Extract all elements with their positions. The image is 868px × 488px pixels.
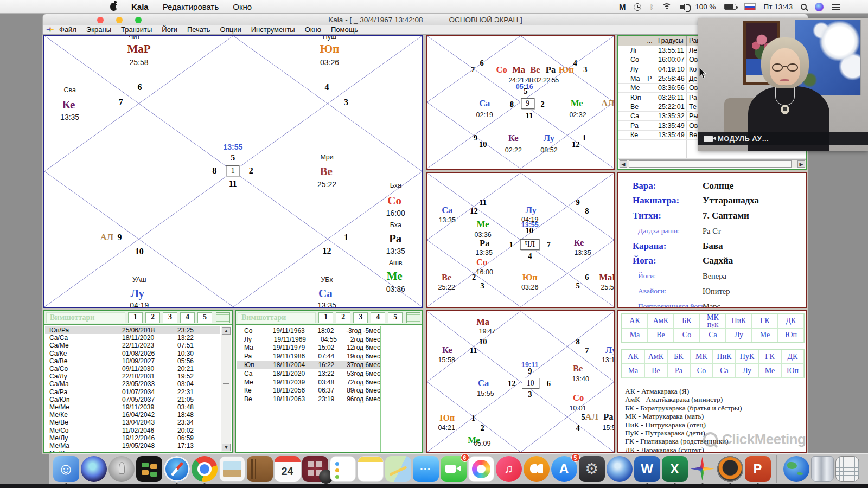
appmenu-item-Окно[interactable]: Окно [300,25,326,34]
dock-icon-recorder-app[interactable] [717,456,743,482]
dock-icon-books[interactable] [524,456,550,482]
dasha-options-button[interactable] [216,312,230,323]
dock-icon-word[interactable]: W [634,456,660,482]
dock-icon-siri[interactable] [81,456,107,482]
dasha-tab-4[interactable]: 4 [180,312,195,323]
dasha-list[interactable]: Со19/11/196318:02-3год -5месЛу19/11/1969… [237,326,381,452]
scroll-up-icon[interactable]: ▲ [222,327,231,335]
dock-icon-app-store[interactable]: A5 [551,456,577,482]
dock-icon-safari[interactable] [164,456,190,482]
dashamsha-chart[interactable]: Ма19:471011Ке15:5887Лу13:1119:119Са15:55… [426,310,615,453]
rasi-chart[interactable]: ЧитМаР25:58ПушЮп03:26СваКе13:35674313:55… [43,35,423,308]
macos-dock[interactable]: ☺24⋯6♫A5⚙WXP [49,453,868,484]
dasha-tab-1[interactable]: 1 [128,312,143,323]
dasha-row[interactable]: Ме19/11/203903:4872год 6мес [237,378,380,387]
menu-clock[interactable]: Пт 13:43 [764,3,793,11]
dasha-row[interactable]: Са/Со09/11/203020:21 [45,365,220,373]
appmenu-item-Опции[interactable]: Опции [215,25,246,34]
scrollbar-thumb[interactable] [629,160,792,168]
dock-icon-system-preferences[interactable]: ⚙ [579,456,605,482]
dasha-row[interactable]: Со19/11/196318:02-3год -5мес [237,326,380,335]
dasha-row[interactable]: Са/Ке01/08/202610:30 [45,350,220,357]
dock-icon-facetime[interactable]: 6 [441,456,467,482]
dasha-row[interactable]: Ке18/11/205606:3789год 6мес [237,387,380,395]
appmenu-item-Транзиты[interactable]: Транзиты [116,25,157,34]
dasha-row[interactable]: Са/Ве10/09/202705:56 [45,357,220,365]
dasha-tab-3[interactable]: 3 [163,312,177,323]
dock-icon-launchpad[interactable] [108,456,135,482]
dasha-row[interactable]: Ме/Ке16/04/204218:48 [45,411,220,419]
dasha-row[interactable]: Са/Лу22/10/203119:52 [45,373,220,380]
dasha-options-button[interactable] [406,312,420,323]
dasha-row[interactable]: Са/Ра01/07/203422:31 [45,388,220,396]
dasha-row[interactable]: Са/Юп07/05/203721:05 [45,396,220,403]
dock-icon-preview[interactable] [219,456,245,482]
appmenu-item-Экраны[interactable]: Экраны [81,25,116,34]
menu-edit[interactable]: Редактировать [163,2,219,11]
dasha-row[interactable]: Ра19/11/198607:4419год 6мес [237,352,380,361]
dasha-list[interactable]: Юп/Ра25/06/201823:25Са/Са18/11/202013:22… [45,326,220,452]
dock-icon-swirl-app[interactable] [607,456,633,482]
dasha-row[interactable]: Ме/Ра [45,450,220,452]
dock-icon-browser-globe[interactable] [783,456,809,482]
dasha-row[interactable]: Юп18/11/200416:2237год 6мес [237,361,380,369]
dock-icon-finder[interactable]: ☺ [53,456,79,482]
dasha-row[interactable]: Ме/Лу19/12/204606:59 [45,434,220,442]
dasha-tab-2[interactable]: 2 [336,312,350,323]
siri-icon[interactable] [815,3,824,11]
dock-icon-music[interactable]: ♫ [496,456,522,482]
scroll-down-icon[interactable]: ▼ [222,444,231,451]
dasha-row[interactable]: Юп/Ра25/06/201823:25 [45,326,220,334]
vertical-scrollbar[interactable]: ▲ ▼ [221,326,231,452]
dock-icon-kala[interactable] [690,456,716,482]
dock-icon-minimized-window[interactable] [835,456,859,482]
volume-icon[interactable] [680,5,684,9]
window-title-bar[interactable]: Kala - [ _ 30/4/1967 13:42:08 ОСНОВНОЙ Э… [42,14,808,25]
dasha-tab-3[interactable]: 3 [353,312,368,323]
dasha-tab-4[interactable]: 4 [371,312,385,323]
dock-icon-photo-booth[interactable] [302,456,328,482]
malwarebytes-icon[interactable]: M [619,2,626,11]
appmenu-item-Печать[interactable]: Печать [182,25,215,34]
dasha-row[interactable]: Лу19/11/196904:552год 6мес [237,335,380,344]
dock-icon-maps[interactable] [385,456,411,482]
spotlight-search-icon[interactable] [801,4,807,10]
vimshottari-antardasha-panel[interactable]: Вимшоттари 12345 Юп/Ра25/06/201823:25Са/… [43,310,233,453]
scroll-right-icon[interactable]: ▶ [797,160,805,168]
dasha-row[interactable]: Са/Ма23/05/203303:04 [45,380,220,388]
appmenu-item-Файл[interactable]: Файл [54,25,81,34]
dasha-row[interactable]: Ма19/11/197915:0212год 6мес [237,344,380,352]
dock-icon-trash[interactable] [811,456,834,482]
dasha-row[interactable]: Ме/Ме19/11/203903:48 [45,403,220,411]
dock-icon-powerpoint[interactable]: P [745,456,771,482]
dasha-row[interactable]: Ме/Ма19/05/204817:13 [45,442,220,450]
bluetooth-icon[interactable]: ᛒ [649,3,654,11]
dasha-row[interactable]: Ве18/11/206323:1996год 6мес [237,395,380,403]
dock-icon-photos[interactable] [468,456,494,482]
dasha-row[interactable]: Са/Ме22/11/202307:51 [45,342,220,349]
dock-icon-contacts[interactable] [247,456,273,482]
appmenu-item-Помощь[interactable]: Помощь [326,25,363,34]
appmenu-item-Инструменты[interactable]: Инструменты [246,25,300,34]
dasha-row[interactable]: Ме/Со11/02/204620:02 [45,426,220,434]
dasha-tab-2[interactable]: 2 [145,312,160,323]
dasha-row[interactable]: Ме/Ве13/04/204323:34 [45,419,220,426]
webcam-video-overlay[interactable]: МОДУЛЬ АУ… [698,18,868,151]
time-machine-icon[interactable] [634,3,641,11]
dock-icon-notes[interactable] [358,456,384,482]
appmenu-item-Йоги[interactable]: Йоги [157,25,182,34]
dock-icon-excel[interactable]: X [662,456,688,482]
menu-window[interactable]: Окно [233,2,252,11]
scrollbar-thumb[interactable] [223,383,229,384]
dock-icon-calendar[interactable]: 24 [275,456,301,482]
vimshottari-mahadasha-panel[interactable]: Вимшоттари 12345 Со19/11/196318:02-3год … [235,310,423,453]
wifi-icon[interactable] [662,3,672,10]
dasha-tab-5[interactable]: 5 [388,312,403,323]
keyboard-layout-flag-icon[interactable] [744,3,756,10]
dasha-row[interactable]: Са/Са18/11/202013:22 [45,334,220,342]
dock-icon-messages[interactable]: ⋯ [413,456,439,482]
navamsha-chart[interactable]: 6743СоМаВеРаЮп24:21:48:02:22:5505:165Са0… [426,35,615,170]
dasha-row[interactable]: Са18/11/202013:2253год 6мес [237,369,380,378]
horizontal-scrollbar[interactable]: ◀ ▶ [619,159,806,168]
scroll-left-icon[interactable]: ◀ [620,160,627,168]
